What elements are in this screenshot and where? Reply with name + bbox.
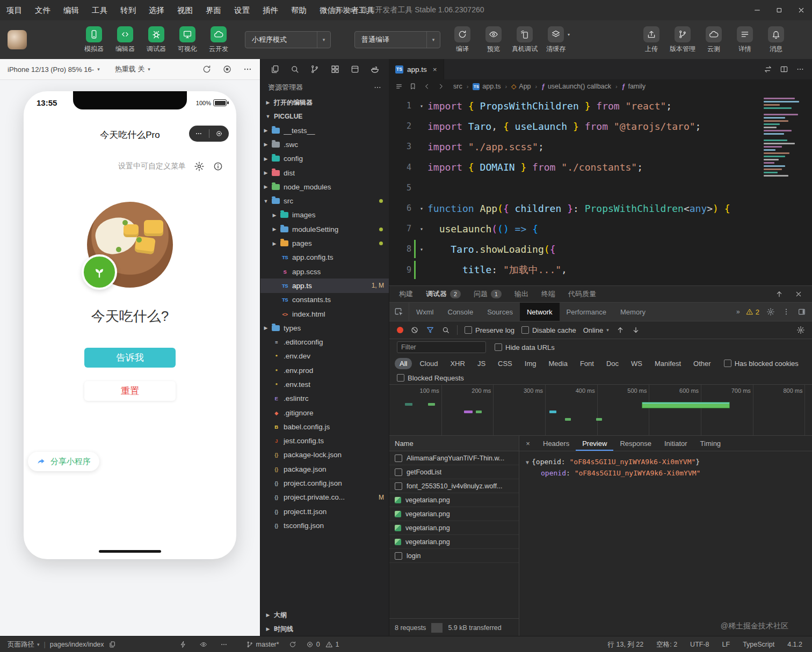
target-icon[interactable] [209, 130, 229, 137]
fold-icon[interactable]: ▾ [416, 103, 427, 109]
filter-pill-WS[interactable]: WS [626, 358, 647, 369]
share-miniprogram-button[interactable]: 分享小程序 [28, 452, 99, 471]
boxes-icon[interactable] [330, 64, 340, 74]
more-icon[interactable] [220, 641, 228, 648]
panel-tab-调试器[interactable]: 调试器2 [426, 289, 461, 299]
code-line-6[interactable]: 6▾function App({ children }: PropsWithCh… [389, 198, 812, 218]
back-icon[interactable] [423, 83, 431, 90]
tree-item-.env.test[interactable]: *.env.test [260, 377, 389, 391]
request-row-vegetarian.png[interactable]: vegetarian.png [389, 535, 519, 549]
mode-dropdown[interactable]: 小程序模式 ▾ [245, 31, 331, 48]
breadcrumb-useLaunch() callback[interactable]: ƒuseLaunch() callback [541, 83, 611, 90]
menu-item-视图[interactable]: 视图 [171, 0, 199, 20]
outline-icon[interactable] [395, 83, 403, 90]
toolbar-button-云测[interactable]: 云测 [698, 26, 729, 54]
request-row-vegetarian.png[interactable]: vegetarian.png [389, 521, 519, 535]
toolbar-button-真机调试[interactable]: 真机调试 [509, 26, 540, 54]
gear-icon[interactable] [194, 161, 205, 172]
filter-pill-Manifest[interactable]: Manifest [650, 358, 686, 369]
tree-item-src[interactable]: ▼src [260, 194, 389, 208]
split-editor-icon[interactable] [780, 65, 788, 74]
project-section[interactable]: ▼ PICGLUE [260, 109, 389, 123]
request-row-getFoodList[interactable]: getFoodList [389, 465, 519, 479]
code-line-1[interactable]: 1▾import { PropsWithChildren } from "rea… [389, 96, 812, 116]
devtools-tab-Network[interactable]: Network [520, 303, 560, 321]
menu-item-文件[interactable]: 文件 [28, 0, 57, 20]
dock-side-icon[interactable] [798, 307, 806, 316]
filter-pill-All[interactable]: All [395, 358, 412, 369]
breadcrumb-family[interactable]: ƒfamily [622, 83, 646, 90]
tree-item-package.json[interactable]: {}package.json [260, 462, 389, 476]
detail-tab-Preview[interactable]: Preview [576, 436, 613, 451]
tree-item-project.tt.json[interactable]: {}project.tt.json [260, 504, 389, 518]
code-line-7[interactable]: 7▾ useLaunch(() => { [389, 218, 812, 239]
filter-pill-Media[interactable]: Media [543, 358, 572, 369]
more-icon[interactable] [189, 130, 209, 137]
request-row-AlimamaFangYuanTiVF-Thin.w...[interactable]: AlimamaFangYuanTiVF-Thin.w... [389, 451, 519, 465]
filter-pill-Font[interactable]: Font [575, 358, 599, 369]
collapse-panel-icon[interactable] [775, 290, 784, 298]
code-line-3[interactable]: 3import "./app.scss"; [389, 136, 812, 157]
tree-item-app.scss[interactable]: Sapp.scss [260, 265, 389, 279]
tree-item-tsconfig.json[interactable]: {}tsconfig.json [260, 518, 389, 532]
devtools-tab-Sources[interactable]: Sources [480, 303, 520, 321]
has-blocked-cookies-checkbox[interactable]: Has blocked cookies [724, 360, 799, 368]
detail-tab-Initiator[interactable]: Initiator [658, 436, 694, 451]
menu-item-设置[interactable]: 设置 [228, 0, 256, 20]
refresh-icon[interactable] [202, 64, 212, 74]
sync-icon[interactable] [289, 641, 296, 648]
reset-button[interactable]: 重置 [84, 381, 176, 401]
filter-icon[interactable] [426, 326, 434, 334]
tree-item-images[interactable]: ▶images [260, 208, 389, 222]
files-icon[interactable] [270, 64, 280, 74]
tree-item-index.html[interactable]: <>index.html [260, 307, 389, 321]
box-icon[interactable] [350, 64, 360, 74]
page-path-selector[interactable]: 页面路径 ▾ [8, 640, 40, 649]
breadcrumb-src[interactable]: src [453, 83, 462, 90]
menu-item-工具[interactable]: 工具 [85, 0, 114, 20]
tree-item-.editorconfig[interactable]: ≡.editorconfig [260, 335, 389, 349]
page-path-value[interactable]: pages/index/index [50, 641, 104, 648]
menu-item-项目[interactable]: 项目 [0, 0, 28, 20]
kebab-menu-icon[interactable] [782, 307, 791, 316]
tree-item-jest.config.ts[interactable]: Jjest.config.ts [260, 434, 389, 448]
menu-item-选择[interactable]: 选择 [142, 0, 171, 20]
panel-tab-终端[interactable]: 终端 [541, 289, 555, 299]
cursor-position[interactable]: 行 13, 列 22 [608, 640, 644, 649]
devtools-tab-Performance[interactable]: Performance [560, 303, 613, 321]
tree-item-app.config.ts[interactable]: TSapp.config.ts [260, 251, 389, 265]
code-editor[interactable]: 1▾import { PropsWithChildren } from "rea… [389, 93, 812, 285]
toolbar-button-可视化[interactable]: 可视化 [172, 26, 203, 54]
network-settings-icon[interactable] [796, 326, 805, 334]
indentation[interactable]: 空格: 2 [656, 640, 677, 649]
close-detail-icon[interactable]: × [519, 439, 536, 448]
info-icon[interactable] [213, 161, 223, 172]
export-har-icon[interactable] [632, 326, 640, 334]
git-branch[interactable]: master* [246, 641, 279, 648]
code-line-4[interactable]: 4import { DOMAIN } from "./constants"; [389, 157, 812, 178]
tree-item-.swc[interactable]: ▶.swc [260, 137, 389, 151]
toolbar-button-调试器[interactable]: 调试器 [141, 26, 172, 54]
eol[interactable]: LF [722, 641, 730, 648]
preserve-log-checkbox[interactable]: Preserve log [465, 326, 514, 334]
tree-item-moduleSetting[interactable]: ▶moduleSetting [260, 222, 389, 236]
tree-item-app.ts[interactable]: TSapp.ts1, M [260, 279, 389, 292]
menu-item-插件[interactable]: 插件 [256, 0, 285, 20]
toolbar-button-云开发[interactable]: 云开发 [203, 26, 234, 54]
preview-json-property[interactable]: openid: "oF84s5GI1U_nyIWYA9k6-Xi0mYVM" [526, 468, 806, 479]
record-icon[interactable] [397, 327, 403, 333]
branch-icon[interactable] [310, 64, 320, 74]
fold-icon[interactable]: ▾ [416, 206, 427, 211]
encoding[interactable]: UTF-8 [690, 641, 709, 648]
breadcrumb-App[interactable]: ◇App [511, 83, 531, 90]
detail-tab-Headers[interactable]: Headers [536, 436, 576, 451]
minimap[interactable] [764, 98, 806, 178]
tree-item-constants.ts[interactable]: TSconstants.ts [260, 293, 389, 307]
devtools-tab-Console[interactable]: Console [441, 303, 481, 321]
panel-tab-输出[interactable]: 输出 [514, 289, 528, 299]
fold-icon[interactable]: ▾ [416, 246, 427, 252]
network-filter-input[interactable] [397, 341, 486, 353]
tree-item-node_modules[interactable]: ▶node_modules [260, 180, 389, 194]
request-row-vegetarian.png[interactable]: vegetarian.png [389, 507, 519, 521]
error-count[interactable]: 0 [306, 641, 320, 648]
